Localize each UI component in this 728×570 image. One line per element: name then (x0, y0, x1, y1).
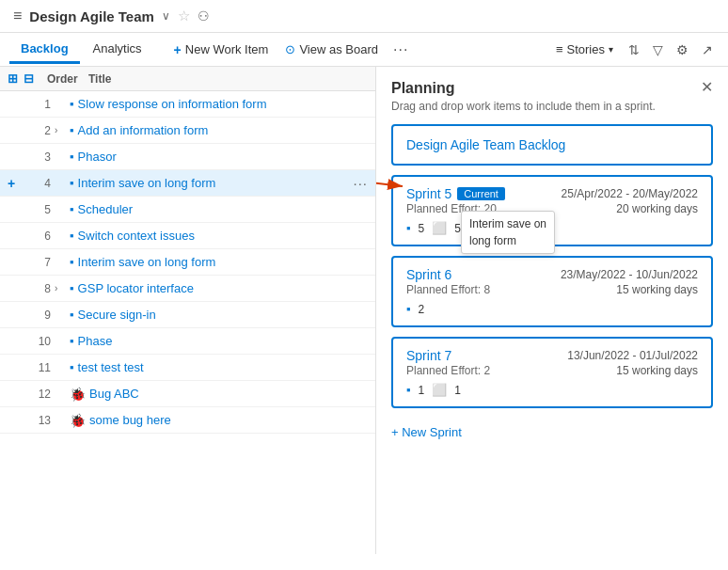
sprint-6-card: Sprint 6 23/May/2022 - 10/Jun/2022 Plann… (391, 256, 713, 327)
table-row: 2 › ▪ Add an information form (0, 118, 375, 144)
table-row: 1 ▪ Slow response on information form (0, 91, 375, 118)
table-row: 7 ▪ Interim save on long form (0, 249, 375, 276)
row-expand[interactable]: › (55, 283, 66, 293)
sprint-7-task-count: 1 (454, 384, 461, 397)
backlog-card-title: Design Agile Team Backlog (406, 137, 565, 152)
sprint-5-days: 20 working days (616, 202, 698, 215)
table-row: 6 ▪ Switch context issues (0, 223, 375, 249)
settings-button[interactable]: ⚙ (671, 40, 694, 60)
filter-settings-button[interactable]: ⇅ (623, 40, 645, 60)
story-icon: ▪ (70, 360, 74, 374)
table-row: 12 🐞 Bug ABC (0, 381, 375, 407)
row-title[interactable]: Bug ABC (89, 387, 139, 401)
story-icon: ▪ (70, 255, 74, 269)
toolbar: Backlog Analytics + New Work Item ⊙ View… (0, 33, 728, 67)
new-sprint-button[interactable]: + New Sprint (391, 421, 462, 443)
backlog-list: ⊞ ⊟ Order Title 1 ▪ Slow response on inf… (0, 67, 376, 554)
row-title[interactable]: Secure sign-in (78, 308, 156, 322)
bug-icon: 🐞 (70, 413, 86, 428)
row-number: 1 (24, 98, 51, 111)
story-icon: ▪ (70, 97, 74, 111)
story-icon: ▪ (70, 334, 74, 348)
table-row: 13 🐞 some bug here (0, 407, 375, 434)
row-title[interactable]: Interim save on long form (78, 176, 216, 190)
row-title[interactable]: Add an information form (78, 123, 209, 137)
drag-tooltip: Interim save on long form (461, 211, 555, 254)
sprint-7-dates: 13/Jun/2022 - 01/Jul/2022 (567, 349, 698, 362)
sprint-5-card: Sprint 5 Current 25/Apr/2022 - 20/May/20… (391, 175, 713, 246)
row-number: 5 (24, 203, 51, 216)
row-number: 13 (24, 414, 51, 427)
row-title[interactable]: Scheduler (78, 202, 134, 216)
story-icon: ▪ (70, 202, 74, 216)
menu-icon: ≡ (13, 8, 22, 24)
sprint-6-name[interactable]: Sprint 6 (406, 267, 451, 282)
row-title[interactable]: Interim save on long form (78, 255, 216, 269)
row-number: 4 (24, 177, 51, 190)
table-row: 9 ▪ Secure sign-in (0, 302, 375, 328)
row-expand[interactable]: › (55, 125, 66, 135)
row-number: 8 (24, 282, 51, 295)
stories-button[interactable]: ≡ Stories ▾ (548, 40, 621, 59)
more-button[interactable]: ··· (388, 39, 414, 61)
filter-button[interactable]: ▽ (647, 40, 669, 60)
sprint-5-name[interactable]: Sprint 5 (406, 186, 451, 201)
row-title[interactable]: Phase (78, 334, 113, 348)
backlog-column-header: ⊞ ⊟ Order Title (0, 67, 375, 91)
story-icon: ▪ (70, 308, 74, 322)
story-icon: ▪ (70, 281, 74, 295)
table-row: 10 ▪ Phase (0, 328, 375, 355)
sprint-5-story-count: 5 (419, 222, 425, 235)
backlog-sprint-card[interactable]: Design Agile Team Backlog (391, 124, 713, 166)
new-sprint-label: + New Sprint (391, 425, 462, 439)
person-icon[interactable]: ⚇ (198, 8, 210, 24)
table-row: 3 ▪ Phasor (0, 144, 375, 170)
main-content: ⊞ ⊟ Order Title 1 ▪ Slow response on inf… (0, 67, 728, 554)
planning-subtitle: Drag and drop work items to include them… (391, 100, 713, 113)
task-count-icon: ⬜ (432, 221, 447, 235)
row-number: 2 (24, 124, 51, 137)
row-number: 3 (24, 150, 51, 164)
row-number: 9 (24, 309, 51, 322)
sprint-7-story-count: 1 (419, 384, 425, 397)
expand-button[interactable]: ↗ (696, 40, 719, 60)
add-col-icon[interactable]: ⊞ (8, 71, 18, 86)
sprint-6-effort: Planned Effort: 8 (406, 283, 490, 296)
planning-close-button[interactable]: ✕ (701, 80, 713, 95)
view-as-board-button[interactable]: ⊙ View as Board (277, 40, 386, 59)
sprint-5-dates: 25/Apr/2022 - 20/May/2022 (562, 187, 698, 200)
sprint-7-days: 15 working days (616, 364, 698, 377)
bug-icon: 🐞 (70, 387, 86, 402)
remove-col-icon[interactable]: ⊟ (24, 71, 34, 86)
table-row: 11 ▪ test test test (0, 355, 375, 381)
row-title[interactable]: test test test (78, 360, 144, 374)
row-title[interactable]: Phasor (78, 150, 117, 164)
sprint-7-effort: Planned Effort: 2 (406, 364, 490, 377)
sprint-7-name[interactable]: Sprint 7 (406, 348, 451, 363)
story-icon: ▪ (70, 123, 74, 137)
planning-header: Planning ✕ (391, 80, 713, 97)
tab-backlog[interactable]: Backlog (9, 36, 80, 64)
table-row: 5 ▪ Scheduler (0, 197, 375, 223)
plus-icon: + (174, 42, 182, 57)
sprint-7-card: Sprint 7 13/Jun/2022 - 01/Jul/2022 Plann… (391, 337, 713, 408)
row-title[interactable]: Switch context issues (78, 229, 195, 243)
board-icon: ⊙ (285, 42, 295, 56)
table-row: + 4 ▪ Interim save on long form ··· (0, 170, 375, 197)
header: ≡ Design Agile Team ∨ ☆ ⚇ (0, 0, 728, 33)
tab-analytics[interactable]: Analytics (82, 36, 153, 64)
new-work-item-button[interactable]: + New Work Item (166, 40, 277, 60)
title-col-header: Title (88, 72, 111, 86)
sprint-6-story-count: 2 (419, 303, 425, 316)
more-icon[interactable]: ··· (353, 175, 368, 191)
row-plus-icon[interactable]: + (8, 176, 21, 191)
chevron-down-icon[interactable]: ∨ (162, 9, 170, 23)
row-number: 7 (24, 256, 51, 269)
sprint-5-task-count: 5 (454, 222, 461, 235)
row-title[interactable]: some bug here (89, 413, 171, 427)
row-title[interactable]: Slow response on information form (78, 97, 267, 111)
order-col-header: Order (47, 72, 83, 86)
current-badge: Current (457, 187, 505, 200)
star-icon[interactable]: ☆ (178, 8, 190, 24)
row-title[interactable]: GSP locator interface (78, 281, 194, 295)
